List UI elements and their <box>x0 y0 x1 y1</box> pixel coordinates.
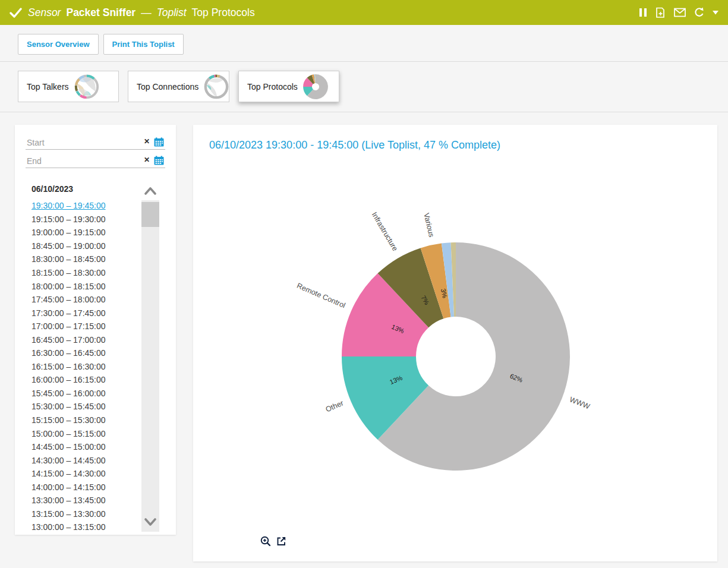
scroll-up-icon[interactable] <box>141 181 159 200</box>
tab-top-connections[interactable]: Top Connections <box>128 71 229 102</box>
tab-top-talkers-label: Top Talkers <box>27 82 69 91</box>
end-date-field: ✕ <box>26 154 165 168</box>
breadcrumb-separator: — <box>141 7 152 19</box>
zoom-in-icon[interactable] <box>260 536 271 547</box>
scroll-down-icon[interactable] <box>141 513 159 532</box>
slice-label: Other <box>324 399 345 414</box>
clear-start-icon[interactable]: ✕ <box>144 137 150 146</box>
donut-chart-icon <box>302 74 329 100</box>
breadcrumb-sensor-name[interactable]: Packet Sniffer <box>66 7 135 19</box>
status-check-icon <box>10 7 22 19</box>
chart-title: 06/10/2023 19:30:00 - 19:45:00 (Live Top… <box>193 125 717 152</box>
breadcrumb-kind: Sensor <box>28 7 61 19</box>
slice-label: Various <box>422 212 436 238</box>
scrollbar-thumb[interactable] <box>141 202 159 227</box>
calendar-icon[interactable] <box>154 156 164 168</box>
email-icon[interactable] <box>674 8 686 17</box>
tab-top-talkers[interactable]: Top Talkers <box>18 71 119 102</box>
start-date-field: ✕ <box>26 135 165 150</box>
refresh-icon[interactable] <box>694 7 705 18</box>
sensor-overview-button[interactable]: Sensor Overview <box>18 34 99 55</box>
tab-top-protocols[interactable]: Top Protocols <box>238 71 339 102</box>
scrollbar-track[interactable] <box>141 200 159 532</box>
pause-icon[interactable] <box>639 7 647 18</box>
slice-label: Remote Control <box>295 282 346 310</box>
list-scrollbar[interactable] <box>141 181 159 532</box>
chord-diagram-icon <box>203 74 229 100</box>
add-report-icon[interactable] <box>655 7 666 18</box>
topbar: Sensor Packet Sniffer — Toplist Top Prot… <box>0 0 728 25</box>
tab-top-connections-label: Top Connections <box>137 82 198 91</box>
end-date-input[interactable] <box>26 156 137 166</box>
divider <box>0 61 728 62</box>
protocols-donut-chart: WWW62%Other13%Remote Control13%Infrastru… <box>193 154 717 535</box>
dropdown-caret-icon[interactable] <box>713 11 718 15</box>
clear-end-icon[interactable]: ✕ <box>144 156 150 164</box>
open-external-icon[interactable] <box>276 536 286 547</box>
divider <box>0 112 728 112</box>
breadcrumb: Sensor Packet Sniffer — Toplist Top Prot… <box>28 7 255 19</box>
slice-label: Infrastructure <box>370 211 400 253</box>
slice-label: WWW <box>568 395 591 411</box>
chord-diagram-icon <box>74 74 100 100</box>
start-date-input[interactable] <box>26 138 137 147</box>
toplist-chart-panel: 06/10/2023 19:30:00 - 19:45:00 (Live Top… <box>193 125 717 561</box>
breadcrumb-section-kind: Toplist <box>157 7 187 19</box>
tab-top-protocols-label: Top Protocols <box>247 82 298 91</box>
print-toplist-button[interactable]: Print This Toplist <box>103 34 184 55</box>
time-range-sidebar: ✕ ✕ <box>15 125 176 535</box>
calendar-icon[interactable] <box>154 137 164 149</box>
breadcrumb-page-title: Top Protocols <box>192 7 255 19</box>
